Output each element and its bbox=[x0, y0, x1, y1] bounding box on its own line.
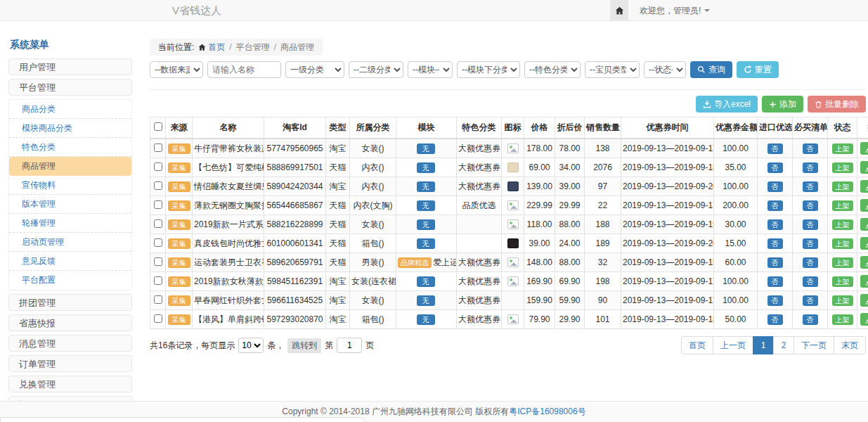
row-checkbox[interactable] bbox=[154, 181, 162, 190]
row-checkbox[interactable] bbox=[154, 314, 162, 323]
user-menu[interactable]: 欢迎您，管理员! bbox=[640, 5, 710, 17]
row-checkbox[interactable] bbox=[154, 162, 162, 171]
sidebar-item[interactable]: 订单管理 bbox=[8, 355, 132, 372]
sidebar-item-platform-management[interactable]: 平台管理 bbox=[8, 79, 132, 96]
edit-button[interactable] bbox=[860, 237, 868, 250]
pager-first[interactable]: 首页 bbox=[681, 336, 713, 354]
coupon-amount-cell: 50.00 bbox=[714, 310, 758, 329]
pager-page-2[interactable]: 2 bbox=[773, 336, 794, 354]
edit-button[interactable] bbox=[860, 142, 868, 155]
sidebar-subitem[interactable]: 模块商品分类 bbox=[9, 119, 131, 138]
edit-button[interactable] bbox=[860, 199, 868, 212]
price-cell: 79.90 bbox=[524, 310, 555, 329]
table-header-row: 来源 名称 淘客Id 类型 所属分类 模块 特色分类 图标 价格 折后价 销售数… bbox=[150, 117, 868, 139]
page-size-select[interactable]: 10 bbox=[238, 338, 264, 353]
import-excel-button[interactable]: 导入excel bbox=[696, 96, 758, 113]
taoke-id-cell: 577479560965 bbox=[264, 139, 326, 158]
type-cell: 淘宝 bbox=[326, 177, 350, 196]
edit-icon bbox=[864, 202, 868, 210]
sidebar-subitem[interactable]: 商品分类 bbox=[9, 100, 131, 119]
type-cell: 天猫 bbox=[326, 196, 350, 215]
edit-button[interactable] bbox=[860, 180, 868, 193]
coupon-time-cell: 2019-09-13—2019-09-15 bbox=[621, 253, 714, 272]
row-checkbox[interactable] bbox=[154, 200, 162, 209]
caret-down-icon bbox=[704, 9, 710, 12]
add-button[interactable]: 添加 bbox=[762, 96, 803, 113]
edit-button[interactable] bbox=[860, 313, 868, 326]
jump-button[interactable]: 跳转到 bbox=[287, 338, 321, 353]
sidebar-subitem[interactable]: 轮播管理 bbox=[9, 214, 131, 233]
coupon-amount-cell: 200.00 bbox=[714, 196, 758, 215]
row-checkbox[interactable] bbox=[154, 219, 162, 228]
import-select-badge: 否 bbox=[767, 143, 783, 154]
category-cell: 女装(连衣裙) bbox=[350, 272, 396, 291]
breadcrumb-home-link[interactable]: 首页 bbox=[198, 41, 225, 53]
sidebar-item[interactable]: 兑换管理 bbox=[8, 376, 132, 392]
sidebar-subitem[interactable]: 宣传物料 bbox=[9, 176, 131, 195]
import-select-badge: 否 bbox=[767, 238, 783, 249]
sidebar-subitem[interactable]: 特色分类 bbox=[9, 138, 131, 157]
pager-page-1[interactable]: 1 bbox=[753, 336, 774, 354]
status-select[interactable]: --状态-- bbox=[644, 61, 686, 78]
icon-cell bbox=[502, 139, 524, 158]
reset-button[interactable]: 重置 bbox=[737, 61, 779, 78]
home-button[interactable] bbox=[610, 0, 628, 21]
pager-last[interactable]: 末页 bbox=[834, 336, 866, 354]
jump-page-input[interactable] bbox=[337, 338, 362, 353]
icon-cell bbox=[502, 177, 524, 196]
taoke-id-cell: 601000601341 bbox=[264, 234, 326, 253]
name-search-input[interactable] bbox=[207, 61, 281, 78]
sidebar-item[interactable]: 拼团管理 bbox=[8, 294, 132, 311]
baby-type-select[interactable]: --宝贝类型-- bbox=[585, 61, 640, 78]
level1-category-select[interactable]: 一级分类 bbox=[285, 61, 344, 78]
operations-cell bbox=[857, 215, 868, 234]
module-sub-select[interactable]: --模块下分类-- bbox=[457, 61, 520, 78]
module-select[interactable]: --模块-- bbox=[408, 61, 453, 78]
discount-price-cell: 78.00 bbox=[555, 139, 585, 158]
discount-price-cell: 69.90 bbox=[555, 272, 585, 291]
edit-button[interactable] bbox=[860, 256, 868, 269]
row-checkbox[interactable] bbox=[154, 238, 162, 247]
row-checkbox[interactable] bbox=[154, 257, 162, 266]
edit-button[interactable] bbox=[860, 275, 868, 288]
data-source-select[interactable]: --数据来源-- bbox=[150, 61, 203, 78]
col-icon: 图标 bbox=[502, 117, 524, 139]
pager-next[interactable]: 下一页 bbox=[793, 336, 834, 354]
edit-button[interactable] bbox=[860, 218, 868, 231]
sidebar-subitem[interactable]: 版本管理 bbox=[9, 195, 131, 214]
row-checkbox[interactable] bbox=[154, 143, 162, 152]
sales-cell: 198 bbox=[585, 272, 621, 291]
select-all-checkbox[interactable] bbox=[154, 122, 162, 131]
sidebar-subitem[interactable]: 启动页管理 bbox=[9, 233, 131, 252]
status-badge: 上架 bbox=[832, 276, 853, 287]
row-checkbox[interactable] bbox=[154, 276, 162, 285]
product-thumb-icon bbox=[507, 181, 519, 191]
level2-category-select[interactable]: --二级分类-- bbox=[349, 61, 403, 78]
feature-cell: 大额优惠券 bbox=[457, 272, 502, 291]
icp-link[interactable]: 粤ICP备16098006号 bbox=[509, 406, 585, 418]
edit-button[interactable] bbox=[860, 161, 868, 174]
feature-category-select[interactable]: --特色分类-- bbox=[524, 61, 581, 78]
sidebar-item[interactable]: 消息管理 bbox=[8, 335, 132, 352]
module-badge: 无 bbox=[417, 162, 435, 173]
import-select-badge: 否 bbox=[767, 200, 783, 211]
pager-prev[interactable]: 上一页 bbox=[713, 336, 753, 354]
sidebar-subitem[interactable]: 商品管理 bbox=[9, 157, 131, 176]
sidebar-item-user-management[interactable]: 用户管理 bbox=[8, 58, 132, 75]
col-type: 类型 bbox=[326, 117, 350, 139]
breadcrumb-prefix: 当前位置: bbox=[158, 41, 194, 53]
top-header: V省钱达人 欢迎您，管理员! bbox=[0, 0, 868, 21]
search-button[interactable]: 查询 bbox=[690, 61, 732, 78]
sidebar-item[interactable]: 省惠快报 bbox=[8, 314, 132, 331]
sidebar-subitem[interactable]: 意见反馈 bbox=[9, 252, 131, 271]
sales-cell: 22 bbox=[585, 196, 621, 215]
type-cell: 淘宝 bbox=[326, 291, 350, 310]
type-cell: 天猫 bbox=[326, 253, 350, 272]
must-buy-badge: 否 bbox=[803, 200, 818, 211]
table-row: 采集 2019新款一片式系... 588216228899 天猫 女装() 无 … bbox=[150, 215, 868, 234]
batch-delete-button[interactable]: 批量删除 bbox=[808, 96, 866, 113]
category-cell: 内衣(文胸) bbox=[350, 196, 396, 215]
sidebar-subitem[interactable]: 平台配置 bbox=[9, 271, 131, 290]
edit-button[interactable] bbox=[860, 294, 868, 307]
row-checkbox[interactable] bbox=[154, 295, 162, 304]
